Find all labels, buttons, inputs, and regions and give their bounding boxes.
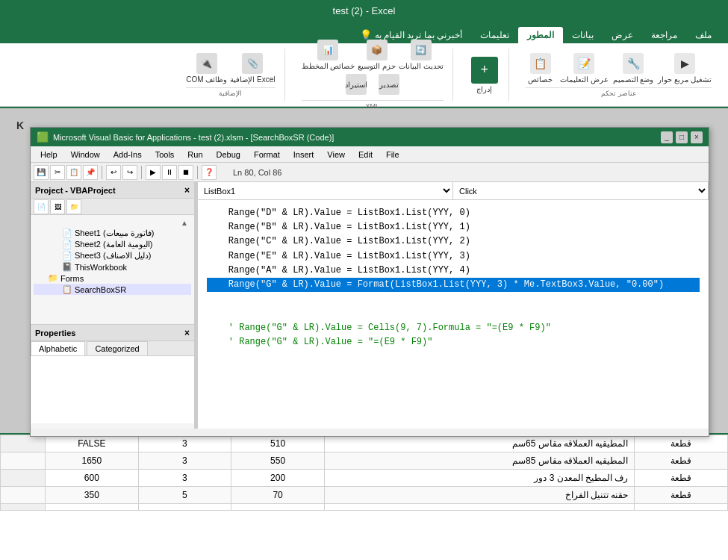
code-line-1: Range("D" & LR).Value = ListBox1.List(YY…: [207, 206, 700, 220]
app-title: test (2) - Excel: [333, 5, 396, 16]
cell-3-1[interactable]: 3: [138, 435, 231, 452]
project-title: Project - VBAProject: [35, 186, 116, 195]
code-line-highlighted: Range("G" & LR).Value = Format(ListBox1.…: [207, 278, 700, 292]
row-num: [1, 487, 46, 504]
cell-70[interactable]: 70: [231, 487, 325, 504]
cell-unit-1[interactable]: قطعة: [635, 435, 728, 452]
toolbar-reset[interactable]: ⏹: [178, 165, 193, 180]
minimize-button[interactable]: _: [661, 131, 673, 143]
project-panel-header: Project - VBAProject ×: [31, 182, 194, 199]
project-panel-toolbar: 📄 🖼 📁: [31, 199, 194, 215]
tab-developer[interactable]: المطور: [518, 27, 563, 43]
vba-window-controls: _ □ ×: [661, 131, 703, 143]
close-button[interactable]: ×: [691, 131, 703, 143]
cell-600[interactable]: 600: [46, 470, 139, 487]
menu-insert[interactable]: Insert: [287, 149, 320, 161]
toolbar-undo[interactable]: ↩: [106, 165, 121, 180]
tree-forms-folder[interactable]: 📁 Forms: [34, 273, 191, 284]
code-content[interactable]: Range("D" & LR).Value = ListBox1.List(YY…: [198, 200, 709, 429]
cell-1650[interactable]: 1650: [46, 452, 139, 470]
vba-toolbar: 💾 ✂ 📋 📌 ↩ ↪ ▶ ⏸ ⏹ ❓ Ln 80, Col 86: [31, 163, 709, 182]
ribbon-group-insert: + إدراج: [461, 49, 509, 101]
project-panel-close[interactable]: ×: [184, 185, 190, 196]
tab-categorized[interactable]: Categorized: [87, 341, 147, 355]
cell-3-3[interactable]: 3: [138, 470, 231, 487]
toolbar-cut[interactable]: ✂: [50, 165, 65, 180]
view-code-icon[interactable]: 📄: [34, 199, 49, 214]
run-dialog-button[interactable]: ▶ تشغيل مربع حوار: [658, 53, 712, 84]
tab-data[interactable]: بيانات: [563, 27, 603, 43]
refresh-data-button[interactable]: 🔄 تحديث البيانات: [399, 40, 444, 70]
tab-review[interactable]: مراجعة: [642, 27, 686, 43]
cell-unit-3[interactable]: قطعة: [635, 470, 728, 487]
tree-searchboxsr[interactable]: 📋 SearchBoxSR: [34, 284, 191, 295]
code-line-5: Range("A" & LR).Value = ListBox1.List(YY…: [207, 264, 700, 278]
cell-5[interactable]: 5: [138, 487, 231, 504]
cell-200[interactable]: 200: [231, 470, 325, 487]
maximize-button[interactable]: □: [676, 131, 688, 143]
cell-3-2[interactable]: 3: [138, 452, 231, 470]
object-dropdown[interactable]: ListBox1: [198, 182, 453, 199]
code-line-empty1: [207, 292, 700, 306]
menu-edit[interactable]: Edit: [352, 149, 379, 161]
toolbar-paste[interactable]: 📌: [83, 165, 98, 180]
menu-format[interactable]: Format: [248, 149, 286, 161]
menu-run[interactable]: Run: [181, 149, 208, 161]
map-properties-button[interactable]: 📊 خصائص المخطط: [302, 40, 355, 70]
vba-title-bar: 🟩 Microsoft Visual Basic for Application…: [31, 128, 709, 146]
menu-view[interactable]: View: [321, 149, 351, 161]
import-button[interactable]: استيراد: [341, 74, 371, 96]
properties-panel: Properties × Alphabetic Categorized: [31, 324, 195, 429]
toolbar-run[interactable]: ▶: [146, 165, 161, 180]
tab-view[interactable]: عرض: [603, 27, 642, 43]
toolbar-break[interactable]: ⏸: [162, 165, 177, 180]
excel-addins-button[interactable]: 📎 Excel الإضافية: [230, 53, 275, 84]
menu-help[interactable]: Help: [34, 149, 63, 161]
view-object-icon[interactable]: 🖼: [50, 199, 65, 214]
com-addins-button[interactable]: 🔌 وظائف COM: [186, 53, 227, 84]
menu-debug[interactable]: Debug: [211, 149, 246, 161]
cell-arabic-2[interactable]: المطيقيه العملاقه مقاس 85سم: [324, 452, 634, 470]
menu-tools[interactable]: Tools: [149, 149, 181, 161]
tree-sheet1[interactable]: 📄 Sheet1 (فاتورة مبيعات): [34, 228, 191, 239]
tab-help[interactable]: تعليمات: [471, 27, 518, 43]
tree-sheet2[interactable]: 📄 Sheet2 (اليومية العامة): [34, 239, 191, 250]
cell-arabic-1[interactable]: المطيقيه العملاقه مقاس 65سم: [324, 435, 634, 452]
properties-button[interactable]: 📋 خصائص: [526, 53, 556, 84]
cell-false[interactable]: FALSE: [46, 435, 139, 452]
export-button[interactable]: تصدير: [374, 74, 404, 96]
k-label: K: [16, 119, 24, 131]
vba-main: Project - VBAProject × 📄 🖼 📁 ▲ 📄 Sheet: [31, 182, 709, 429]
cell-350[interactable]: 350: [46, 487, 139, 504]
insert-button[interactable]: + إدراج: [470, 57, 500, 93]
row-num: [1, 470, 46, 487]
toolbar-save[interactable]: 💾: [34, 165, 49, 180]
cell-unit-4[interactable]: قطعة: [635, 487, 728, 504]
tab-file[interactable]: ملف: [686, 27, 721, 43]
tab-alphabetic[interactable]: Alphabetic: [31, 341, 85, 355]
cell-510[interactable]: 510: [231, 435, 325, 452]
procedure-dropdown[interactable]: Click: [453, 182, 709, 199]
design-mode-button[interactable]: 🔧 وضع التصميم: [613, 53, 654, 84]
tree-sheet3[interactable]: 📄 Sheet3 (دليل الاصناف): [34, 250, 191, 261]
toolbar-copy[interactable]: 📋: [66, 165, 81, 180]
cell-550[interactable]: 550: [231, 452, 325, 470]
cell-unit-2[interactable]: قطعة: [635, 452, 728, 470]
toolbar-help[interactable]: ❓: [202, 165, 217, 180]
cell-arabic-3[interactable]: رف المطيخ المعدن 3 دور: [324, 470, 634, 487]
menu-addins[interactable]: Add-Ins: [108, 149, 148, 161]
menu-file[interactable]: File: [380, 149, 405, 161]
table-row: 1650 3 550 المطيقيه العملاقه مقاس 85سم ق…: [1, 452, 728, 470]
expansion-packs-button[interactable]: 📦 حزم التوسيع: [358, 40, 396, 70]
toolbar-redo[interactable]: ↪: [122, 165, 137, 180]
code-line-2: Range("B" & LR).Value = ListBox1.List(YY…: [207, 220, 700, 234]
toggle-folders-icon[interactable]: 📁: [66, 199, 81, 214]
row-num: [1, 435, 46, 452]
cell-arabic-4[interactable]: حقنه تتنيل الفراخ: [324, 487, 634, 504]
title-bar: test (2) - Excel: [0, 0, 728, 21]
properties-panel-close[interactable]: ×: [184, 328, 190, 338]
view-code-button[interactable]: 📝 عرض التعليمات: [560, 53, 609, 84]
tree-thisworkbook[interactable]: 📓 ThisWorkbook: [34, 261, 191, 273]
menu-window[interactable]: Window: [65, 149, 106, 161]
vba-title: Microsoft Visual Basic for Applications …: [53, 133, 334, 142]
